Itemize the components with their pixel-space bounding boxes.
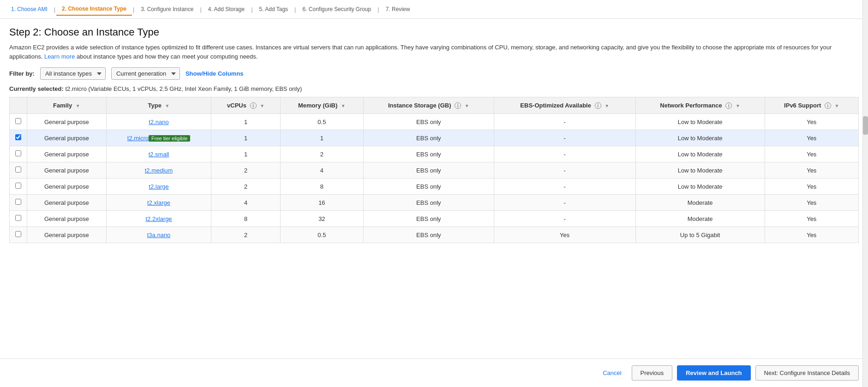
table-row[interactable]: General purposet2.medium24EBS only-Low t… — [10, 162, 859, 179]
storage-info-icon[interactable]: i — [455, 102, 461, 109]
row-type-link[interactable]: t2.large — [149, 183, 168, 190]
type-sort-icon: ▼ — [165, 103, 170, 108]
row-family: General purpose — [27, 114, 107, 130]
row-memory: 8 — [280, 179, 363, 195]
table-row[interactable]: General purposet2.xlarge416EBS only-Mode… — [10, 195, 859, 211]
row-network: Moderate — [635, 211, 765, 227]
filter-instance-type-select[interactable]: All instance types — [40, 67, 106, 80]
row-checkbox[interactable] — [15, 215, 21, 221]
wizard-step-1[interactable]: 1. Choose AMI — [6, 3, 53, 15]
table-row[interactable]: General purposet2.large28EBS only-Low to… — [10, 179, 859, 195]
header-family[interactable]: Family ▼ — [27, 97, 107, 114]
table-row[interactable]: General purposet2.2xlarge832EBS only-Mod… — [10, 211, 859, 227]
row-storage: EBS only — [363, 211, 494, 227]
row-storage: EBS only — [363, 195, 494, 211]
row-type[interactable]: t2.microFree tier eligible — [106, 130, 211, 146]
row-ebs-opt: - — [494, 130, 635, 146]
table-row[interactable]: General purposet2.microFree tier eligibl… — [10, 130, 859, 146]
row-type[interactable]: t2.2xlarge — [106, 211, 211, 227]
row-family: General purpose — [27, 227, 107, 243]
row-storage: EBS only — [363, 162, 494, 179]
row-type-link[interactable]: t2.small — [149, 151, 169, 158]
row-type-link[interactable]: t2.xlarge — [147, 199, 170, 206]
row-type-link[interactable]: t2.nano — [149, 119, 168, 125]
row-checkbox-cell[interactable] — [10, 130, 27, 146]
row-type[interactable]: t3a.nano — [106, 227, 211, 243]
row-family: General purpose — [27, 162, 107, 179]
row-type-link[interactable]: t2.medium — [145, 167, 173, 174]
vcpus-sort-icon: ▼ — [260, 103, 264, 108]
row-checkbox[interactable] — [15, 199, 21, 205]
row-family: General purpose — [27, 211, 107, 227]
wizard-step-2[interactable]: 2. Choose Instance Type — [56, 3, 132, 16]
row-family: General purpose — [27, 179, 107, 195]
wizard-step-3[interactable]: 3. Configure Instance — [135, 3, 199, 15]
wizard-step-5[interactable]: 5. Add Tags — [254, 3, 294, 15]
row-vcpus: 1 — [211, 146, 280, 162]
scroll-thumb — [863, 116, 868, 135]
row-vcpus: 8 — [211, 211, 280, 227]
row-type[interactable]: t2.xlarge — [106, 195, 211, 211]
header-ebs[interactable]: EBS-Optimized Available i ▼ — [494, 97, 635, 114]
table-row[interactable]: General purposet2.small12EBS only-Low to… — [10, 146, 859, 162]
row-checkbox-cell[interactable] — [10, 162, 27, 179]
step-sep-6: | — [377, 6, 380, 13]
filter-row: Filter by: All instance types Current ge… — [9, 67, 859, 80]
row-family: General purpose — [27, 130, 107, 146]
learn-more-link[interactable]: Learn more — [44, 53, 75, 60]
row-checkbox-cell[interactable] — [10, 179, 27, 195]
wizard-step-6[interactable]: 6. Configure Security Group — [297, 3, 377, 15]
row-checkbox-cell[interactable] — [10, 211, 27, 227]
instance-tbody: General purposet2.nano10.5EBS only-Low t… — [10, 114, 859, 243]
row-checkbox-cell[interactable] — [10, 146, 27, 162]
header-storage[interactable]: Instance Storage (GB) i ▼ — [363, 97, 494, 114]
table-row[interactable]: General purposet3a.nano20.5EBS onlyYesUp… — [10, 227, 859, 243]
step-sep-1: | — [53, 6, 56, 13]
row-type[interactable]: t2.small — [106, 146, 211, 162]
instance-table: Family ▼ Type ▼ vCPUs i ▼ Memory (GiB) ▼… — [9, 97, 859, 243]
row-checkbox[interactable] — [15, 231, 21, 237]
row-type-link[interactable]: t2.2xlarge — [146, 215, 172, 222]
row-checkbox[interactable] — [15, 118, 21, 124]
row-type[interactable]: t2.nano — [106, 114, 211, 130]
row-ebs-opt: - — [494, 162, 635, 179]
ipv6-info-icon[interactable]: i — [825, 102, 831, 109]
ebs-info-icon[interactable]: i — [595, 102, 601, 109]
header-type[interactable]: Type ▼ — [106, 97, 211, 114]
step-sep-3: | — [199, 6, 202, 13]
wizard-step-4[interactable]: 4. Add Storage — [203, 3, 250, 15]
currently-selected-prefix: Currently selected: — [9, 85, 64, 92]
row-network: Low to Moderate — [635, 146, 765, 162]
row-checkbox-cell[interactable] — [10, 114, 27, 130]
description-text2: about instance types and how they can me… — [77, 53, 257, 60]
vcpus-info-icon[interactable]: i — [250, 102, 257, 109]
row-checkbox[interactable] — [15, 183, 21, 189]
free-tier-badge: Free tier eligible — [149, 135, 190, 142]
currently-selected-value: t2.micro (Variable ECUs, 1 vCPUs, 2.5 GH… — [65, 85, 302, 92]
row-checkbox[interactable] — [15, 150, 21, 156]
row-type-link[interactable]: t3a.nano — [147, 232, 171, 238]
network-sort-icon: ▼ — [736, 103, 740, 108]
row-checkbox[interactable] — [15, 134, 21, 140]
show-hide-columns-link[interactable]: Show/Hide Columns — [186, 70, 244, 77]
header-vcpus[interactable]: vCPUs i ▼ — [211, 97, 280, 114]
row-type-link[interactable]: t2.micro — [127, 135, 149, 142]
row-ipv6: Yes — [765, 162, 858, 179]
header-ipv6[interactable]: IPv6 Support i ▼ — [765, 97, 858, 114]
row-checkbox[interactable] — [15, 167, 21, 173]
row-storage: EBS only — [363, 114, 494, 130]
row-checkbox-cell[interactable] — [10, 195, 27, 211]
row-ebs-opt: Yes — [494, 227, 635, 243]
wizard-step-7[interactable]: 7. Review — [380, 3, 416, 15]
table-row[interactable]: General purposet2.nano10.5EBS only-Low t… — [10, 114, 859, 130]
network-info-icon[interactable]: i — [725, 102, 732, 109]
filter-generation-select[interactable]: Current generation — [111, 67, 180, 80]
row-type[interactable]: t2.large — [106, 179, 211, 195]
header-network[interactable]: Network Performance i ▼ — [635, 97, 765, 114]
header-memory[interactable]: Memory (GiB) ▼ — [280, 97, 363, 114]
scrollbar[interactable] — [862, 0, 868, 283]
row-checkbox-cell[interactable] — [10, 227, 27, 243]
row-type[interactable]: t2.medium — [106, 162, 211, 179]
row-ebs-opt: - — [494, 195, 635, 211]
page-content: Step 2: Choose an Instance Type Amazon E… — [0, 19, 868, 283]
